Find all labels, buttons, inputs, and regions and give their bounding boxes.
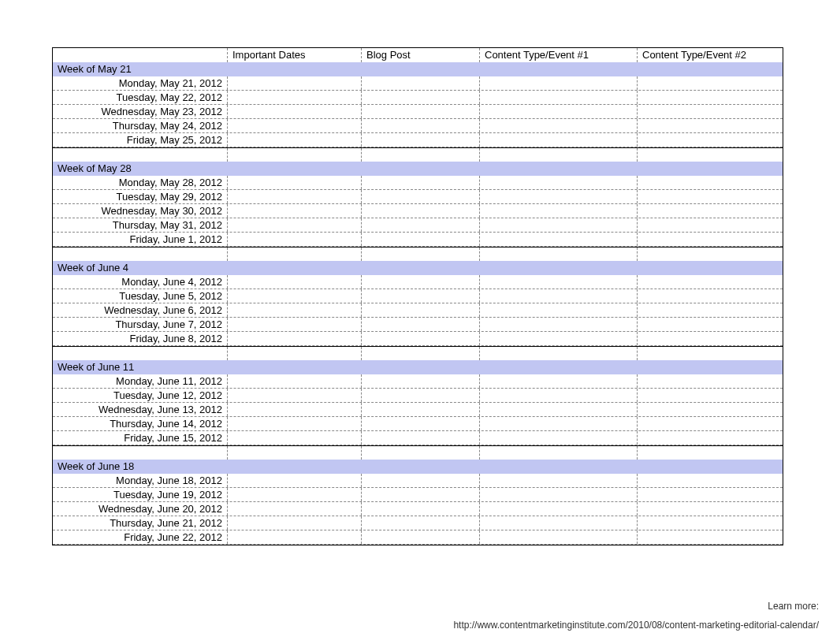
- week-header: Week of June 4: [53, 261, 783, 275]
- important-dates-cell: [228, 318, 362, 331]
- content-type-1-cell: [480, 303, 638, 317]
- content-type-2-cell: [638, 176, 783, 189]
- content-type-2-cell: [638, 233, 783, 246]
- table-row: Thursday, June 14, 2012: [53, 417, 783, 431]
- table-row: Tuesday, June 19, 2012: [53, 488, 783, 502]
- important-dates-cell: [228, 190, 362, 203]
- table-row: Friday, June 1, 2012: [53, 233, 783, 247]
- blog-post-cell: [362, 488, 480, 501]
- day-cell: Tuesday, June 5, 2012: [53, 289, 228, 303]
- blog-post-cell: [362, 190, 480, 203]
- blog-post-cell: [362, 204, 480, 218]
- content-type-2-cell: [638, 289, 783, 303]
- content-type-2-cell: [638, 488, 783, 501]
- gap-row: [53, 445, 783, 460]
- day-cell: Monday, May 28, 2012: [53, 176, 228, 189]
- content-type-2-cell: [638, 332, 783, 345]
- table-row: Friday, May 25, 2012: [53, 133, 783, 147]
- blog-post-cell: [362, 119, 480, 132]
- content-type-2-cell: [638, 91, 783, 104]
- day-cell: Thursday, June 7, 2012: [53, 318, 228, 331]
- important-dates-cell: [228, 389, 362, 402]
- blog-post-cell: [362, 275, 480, 288]
- content-type-1-cell: [480, 488, 638, 501]
- content-type-1-cell: [480, 190, 638, 203]
- important-dates-cell: [228, 233, 362, 246]
- blog-post-cell: [362, 417, 480, 430]
- header-content-type-2: Content Type/Event #2: [638, 48, 783, 62]
- blog-post-cell: [362, 502, 480, 516]
- content-type-1-cell: [480, 474, 638, 487]
- content-type-1-cell: [480, 76, 638, 90]
- table-row: Thursday, June 7, 2012: [53, 318, 783, 332]
- gap-row: [53, 147, 783, 162]
- day-cell: Monday, June 11, 2012: [53, 374, 228, 388]
- content-type-2-cell: [638, 204, 783, 218]
- day-cell: Monday, June 18, 2012: [53, 474, 228, 487]
- table-row: Tuesday, June 12, 2012: [53, 389, 783, 403]
- content-type-1-cell: [480, 417, 638, 430]
- day-cell: Thursday, June 21, 2012: [53, 516, 228, 530]
- content-type-1-cell: [480, 275, 638, 288]
- content-type-1-cell: [480, 133, 638, 147]
- important-dates-cell: [228, 417, 362, 430]
- important-dates-cell: [228, 516, 362, 530]
- blog-post-cell: [362, 91, 480, 104]
- day-cell: Friday, June 22, 2012: [53, 530, 228, 544]
- important-dates-cell: [228, 176, 362, 189]
- table-row: Thursday, May 24, 2012: [53, 119, 783, 133]
- important-dates-cell: [228, 218, 362, 232]
- day-cell: Friday, June 1, 2012: [53, 233, 228, 246]
- week-header: Week of June 11: [53, 360, 783, 374]
- blog-post-cell: [362, 289, 480, 303]
- table-row: Monday, May 28, 2012: [53, 176, 783, 190]
- content-type-2-cell: [638, 133, 783, 147]
- content-type-1-cell: [480, 332, 638, 345]
- blog-post-cell: [362, 218, 480, 232]
- table-row: Monday, May 21, 2012: [53, 76, 783, 91]
- table-row: Wednesday, June 20, 2012: [53, 502, 783, 516]
- blog-post-cell: [362, 105, 480, 118]
- table-row: Tuesday, June 5, 2012: [53, 289, 783, 303]
- table-row: Wednesday, May 30, 2012: [53, 204, 783, 218]
- content-type-2-cell: [638, 431, 783, 445]
- table-row: Thursday, May 31, 2012: [53, 218, 783, 233]
- blog-post-cell: [362, 133, 480, 147]
- day-cell: Wednesday, May 30, 2012: [53, 204, 228, 218]
- day-cell: Friday, May 25, 2012: [53, 133, 228, 147]
- day-cell: Thursday, June 14, 2012: [53, 417, 228, 430]
- content-type-1-cell: [480, 374, 638, 388]
- important-dates-cell: [228, 76, 362, 90]
- table-row: Wednesday, June 6, 2012: [53, 303, 783, 318]
- table-row: Friday, June 8, 2012: [53, 332, 783, 346]
- week-header: Week of May 28: [53, 162, 783, 176]
- content-type-2-cell: [638, 403, 783, 416]
- blog-post-cell: [362, 303, 480, 317]
- content-type-1-cell: [480, 289, 638, 303]
- table-row: Friday, June 15, 2012: [53, 431, 783, 445]
- content-type-1-cell: [480, 119, 638, 132]
- day-cell: Thursday, May 24, 2012: [53, 119, 228, 132]
- gap-row: [53, 346, 783, 360]
- day-cell: Tuesday, June 19, 2012: [53, 488, 228, 501]
- header-important-dates: Important Dates: [228, 48, 362, 62]
- important-dates-cell: [228, 431, 362, 445]
- table-row: Monday, June 11, 2012: [53, 374, 783, 389]
- content-type-2-cell: [638, 190, 783, 203]
- content-type-1-cell: [480, 516, 638, 530]
- day-cell: Wednesday, June 20, 2012: [53, 502, 228, 516]
- important-dates-cell: [228, 530, 362, 544]
- footer-learn-more: Learn more:: [768, 601, 819, 612]
- table-row: Wednesday, May 23, 2012: [53, 105, 783, 119]
- blog-post-cell: [362, 516, 480, 530]
- blog-post-cell: [362, 76, 480, 90]
- important-dates-cell: [228, 303, 362, 317]
- important-dates-cell: [228, 502, 362, 516]
- important-dates-cell: [228, 403, 362, 416]
- blog-post-cell: [362, 389, 480, 402]
- important-dates-cell: [228, 119, 362, 132]
- table-row: Tuesday, May 29, 2012: [53, 190, 783, 204]
- content-type-1-cell: [480, 105, 638, 118]
- content-type-2-cell: [638, 374, 783, 388]
- header-blank: [53, 48, 228, 62]
